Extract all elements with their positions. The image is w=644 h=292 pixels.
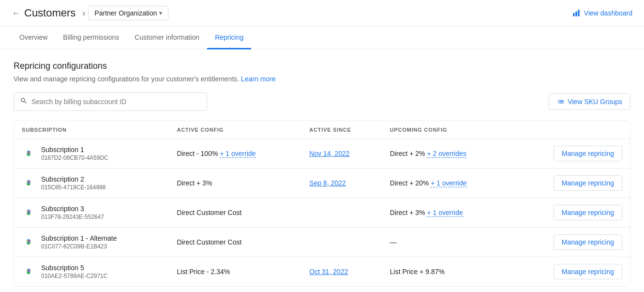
table-row: Subscription 3 013F78-29243E-552647 Dire… — [14, 198, 630, 228]
tabs-bar: Overview Billing permissions Customer in… — [0, 27, 644, 49]
upcoming-config-text: List Price + 9.87% — [390, 268, 445, 276]
section-title: Repricing configurations — [14, 61, 630, 71]
sub-name: Subscription 1 — [41, 146, 108, 154]
subscription-cell: Subscription 5 010AE2-5788AE-C2971C — [14, 257, 169, 287]
top-header: ← Customers › Partner Organization ▾ Vie… — [0, 0, 644, 27]
manage-repricing-button[interactable]: Manage repricing — [554, 146, 622, 161]
col-active-since: Active Since — [301, 121, 382, 139]
learn-more-link[interactable]: Learn more — [241, 75, 276, 83]
search-input[interactable] — [31, 98, 201, 106]
active-config-cell: Direct - 100% + 1 override — [169, 139, 302, 169]
back-button[interactable]: ← — [12, 6, 24, 20]
upcoming-config-text: Direct + 20% — [390, 179, 429, 187]
table-row: Subscription 5 010AE2-5788AE-C2971C List… — [14, 257, 630, 287]
active-config-text: Direct + 3% — [177, 179, 212, 187]
active-since-link[interactable]: Oct 31, 2022 — [309, 268, 348, 276]
sub-name: Subscription 2 — [41, 175, 105, 183]
active-config-text: Direct Customer Cost — [177, 238, 242, 246]
table-row: Subscription 2 015C85-4719CE-164998 Dire… — [14, 169, 630, 198]
gcp-icon — [22, 176, 35, 190]
search-actions-bar: View SKU Groups — [14, 92, 630, 111]
active-config-cell: Direct Customer Cost — [169, 198, 302, 228]
active-config-text: List Price - 2.34% — [177, 268, 230, 276]
upcoming-config-text: Direct + 3% — [390, 209, 425, 216]
search-icon — [20, 97, 28, 107]
sub-name: Subscription 5 — [41, 264, 107, 272]
subscription-cell: Subscription 3 013F78-29243E-552647 — [14, 198, 169, 228]
active-config-cell: Direct + 3% — [169, 169, 302, 198]
upcoming-config-link[interactable]: + 1 override — [427, 209, 463, 217]
upcoming-config-cell: Direct + 20% + 1 override — [382, 169, 512, 198]
manage-repricing-button[interactable]: Manage repricing — [554, 175, 622, 191]
upcoming-config-cell: Direct + 2% + 2 overrides — [382, 139, 512, 169]
back-icon: ← — [12, 8, 20, 18]
tab-customer-information[interactable]: Customer information — [127, 27, 207, 49]
col-subscription: Subscription — [14, 121, 169, 139]
tab-overview[interactable]: Overview — [12, 27, 55, 49]
sub-name: Subscription 1 - Alternate — [41, 234, 117, 242]
org-name: Partner Organization — [94, 9, 157, 17]
sub-id: 013F78-29243E-552647 — [41, 214, 104, 220]
header-right: View dashboard — [571, 8, 632, 18]
upcoming-config-cell: List Price + 9.87% — [382, 257, 512, 287]
main-content: Repricing configurations View and manage… — [0, 49, 644, 292]
svg-rect-1 — [575, 12, 577, 16]
action-cell: Manage repricing — [512, 139, 630, 169]
sub-id: 015C85-4719CE-164998 — [41, 184, 105, 191]
active-since-link[interactable]: Nov 14, 2022 — [309, 150, 349, 157]
active-since-link[interactable]: Sep 8, 2022 — [309, 179, 346, 187]
sub-id: 0187D2-08CB70-4A59DC — [41, 154, 108, 161]
table-row: Subscription 1 - Alternate 01C077-82C09B… — [14, 228, 630, 257]
manage-repricing-button[interactable]: Manage repricing — [554, 264, 622, 279]
active-since-cell — [301, 198, 382, 228]
gcp-icon — [22, 265, 35, 278]
manage-repricing-button[interactable]: Manage repricing — [554, 234, 622, 250]
view-sku-groups-label: View SKU Groups — [568, 98, 622, 106]
col-action — [512, 121, 630, 139]
svg-rect-0 — [573, 13, 574, 16]
upcoming-config-text: Direct + 2% — [390, 150, 425, 157]
upcoming-config-cell: Direct + 3% + 1 override — [382, 198, 512, 228]
sub-id: 010AE2-5788AE-C2971C — [41, 273, 107, 279]
repricing-table-container: Subscription Active Config Active Since … — [14, 121, 630, 287]
upcoming-config-text: — — [390, 238, 397, 246]
active-since-cell: Sep 8, 2022 — [301, 169, 382, 198]
subscription-cell: Subscription 1 0187D2-08CB70-4A59DC — [14, 139, 169, 169]
gcp-icon — [22, 235, 35, 249]
action-cell: Manage repricing — [512, 228, 630, 257]
action-cell: Manage repricing — [512, 198, 630, 228]
chevron-down-icon: ▾ — [159, 10, 162, 16]
tab-repricing[interactable]: Repricing — [207, 27, 251, 49]
upcoming-config-cell: — — [382, 228, 512, 257]
upcoming-config-link[interactable]: + 2 overrides — [427, 150, 466, 158]
active-config-text: Direct - 100% — [177, 150, 218, 157]
table-header-row: Subscription Active Config Active Since … — [14, 121, 630, 139]
search-box — [14, 92, 207, 111]
tab-billing-permissions[interactable]: Billing permissions — [55, 27, 127, 49]
org-dropdown[interactable]: Partner Organization ▾ — [88, 6, 168, 20]
col-upcoming-config: Upcoming Config — [382, 121, 512, 139]
action-cell: Manage repricing — [512, 169, 630, 198]
view-dashboard-label: View dashboard — [584, 9, 632, 17]
col-active-config: Active Config — [169, 121, 302, 139]
gcp-icon — [22, 147, 35, 160]
list-icon — [557, 98, 565, 106]
bar-chart-icon — [571, 8, 581, 18]
active-config-cell: List Price - 2.34% — [169, 257, 302, 287]
upcoming-config-link[interactable]: + 1 override — [431, 179, 466, 187]
active-since-cell — [301, 228, 382, 257]
active-since-cell: Nov 14, 2022 — [301, 139, 382, 169]
page-title: Customers — [24, 7, 75, 19]
sub-id: 01C077-82C09B-E1B423 — [41, 243, 117, 250]
breadcrumb-sep: › — [82, 8, 85, 18]
subscription-cell: Subscription 1 - Alternate 01C077-82C09B… — [14, 228, 169, 257]
repricing-table: Subscription Active Config Active Since … — [14, 121, 630, 286]
action-cell: Manage repricing — [512, 257, 630, 287]
subscription-cell: Subscription 2 015C85-4719CE-164998 — [14, 169, 169, 198]
active-config-link[interactable]: + 1 override — [220, 150, 255, 158]
view-sku-groups-button[interactable]: View SKU Groups — [549, 93, 630, 110]
sub-name: Subscription 3 — [41, 205, 104, 213]
view-dashboard-button[interactable]: View dashboard — [571, 8, 632, 18]
manage-repricing-button[interactable]: Manage repricing — [554, 205, 622, 220]
gcp-icon — [22, 206, 35, 219]
